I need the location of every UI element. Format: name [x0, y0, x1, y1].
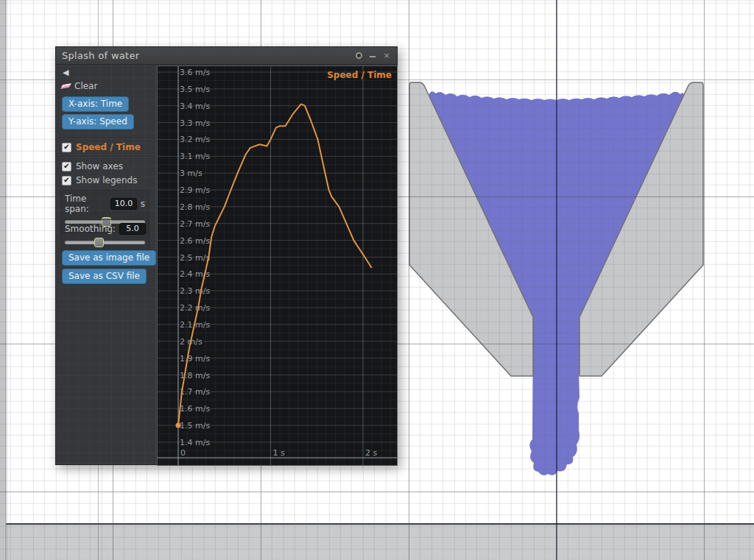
time-span-value[interactable]: 10.0	[110, 198, 137, 210]
smoothing-group: Smoothing: 5.0	[60, 219, 149, 254]
svg-text:2 s: 2 s	[365, 448, 377, 458]
svg-text:2.2 m/s: 2.2 m/s	[180, 303, 210, 313]
curve-start-dot	[176, 423, 181, 428]
svg-text:3.6 m/s: 3.6 m/s	[180, 68, 210, 77]
plot-window: Splash of water × ◀ Clear X-axis: Time Y…	[55, 46, 398, 465]
series-toggle-label: Speed / Time	[76, 142, 141, 152]
divider	[59, 138, 154, 138]
smoothing-slider-knob[interactable]	[94, 238, 104, 247]
smoothing-label: Smoothing:	[65, 224, 116, 234]
eraser-icon	[60, 83, 71, 89]
show-axes-toggle[interactable]: ✔ Show axes	[62, 161, 123, 171]
time-span-unit: s	[141, 199, 145, 209]
svg-text:0: 0	[180, 448, 186, 458]
checkbox-icon: ✔	[62, 176, 71, 185]
ground[interactable]	[0, 524, 754, 560]
slider-track	[65, 241, 145, 244]
window-titlebar[interactable]: Splash of water ×	[56, 47, 397, 65]
svg-text:3.2 m/s: 3.2 m/s	[180, 135, 210, 144]
smoothing-value[interactable]: 5.0	[119, 223, 146, 235]
plot-legend: Speed / Time	[327, 70, 392, 80]
clear-button[interactable]: Clear	[62, 81, 97, 91]
svg-text:3.1 m/s: 3.1 m/s	[180, 152, 210, 161]
circle-icon	[356, 52, 362, 59]
svg-text:1.6 m/s: 1.6 m/s	[180, 404, 210, 414]
checkbox-icon: ✔	[62, 162, 71, 171]
window-close-button[interactable]: ×	[382, 52, 391, 60]
clear-label: Clear	[74, 81, 97, 91]
minimize-icon	[370, 56, 376, 57]
svg-text:1.9 m/s: 1.9 m/s	[180, 354, 210, 364]
close-icon: ×	[383, 52, 390, 60]
plot-canvas[interactable]: 3.6 m/s3.5 m/s3.4 m/s3.3 m/s3.2 m/s3.1 m…	[157, 65, 398, 466]
save-image-button[interactable]: Save as image file	[62, 250, 156, 266]
svg-text:2.6 m/s: 2.6 m/s	[180, 236, 210, 246]
svg-text:3.5 m/s: 3.5 m/s	[180, 85, 210, 94]
svg-text:3.3 m/s: 3.3 m/s	[180, 118, 210, 128]
checkbox-icon: ✔	[62, 143, 71, 152]
window-minimize-button[interactable]	[368, 52, 377, 60]
show-legends-label: Show legends	[76, 175, 137, 185]
divider	[59, 156, 154, 157]
show-legends-toggle[interactable]: ✔ Show legends	[62, 175, 137, 185]
back-arrow-button[interactable]: ◀	[63, 68, 68, 77]
svg-text:2.8 m/s: 2.8 m/s	[180, 202, 210, 212]
svg-text:1.7 m/s: 1.7 m/s	[180, 387, 210, 397]
smoothing-slider[interactable]	[65, 238, 145, 248]
window-roll-button[interactable]	[354, 52, 363, 60]
time-span-label: Time span:	[65, 194, 107, 214]
svg-text:1 s: 1 s	[273, 448, 285, 458]
window-title: Splash of water	[62, 50, 139, 61]
svg-text:2.5 m/s: 2.5 m/s	[180, 253, 210, 263]
svg-text:3 m/s: 3 m/s	[180, 169, 202, 178]
svg-text:2.7 m/s: 2.7 m/s	[180, 219, 210, 229]
svg-text:2.9 m/s: 2.9 m/s	[180, 185, 210, 195]
svg-text:1.5 m/s: 1.5 m/s	[180, 421, 210, 430]
svg-text:2.3 m/s: 2.3 m/s	[180, 286, 210, 296]
left-edge-wall[interactable]	[0, 0, 6, 560]
window-body: ◀ Clear X-axis: Time Y-axis: Speed ✔ Spe…	[56, 65, 397, 464]
svg-text:3.4 m/s: 3.4 m/s	[180, 102, 210, 111]
svg-text:1.4 m/s: 1.4 m/s	[180, 438, 210, 447]
y-axis-button[interactable]: Y-axis: Speed	[62, 114, 134, 130]
save-csv-button[interactable]: Save as CSV file	[62, 269, 147, 284]
show-axes-label: Show axes	[76, 161, 123, 171]
series-toggle[interactable]: ✔ Speed / Time	[62, 142, 141, 152]
plot-sidebar: ◀ Clear X-axis: Time Y-axis: Speed ✔ Spe…	[56, 65, 157, 464]
x-axis-button[interactable]: X-axis: Time	[62, 96, 129, 112]
